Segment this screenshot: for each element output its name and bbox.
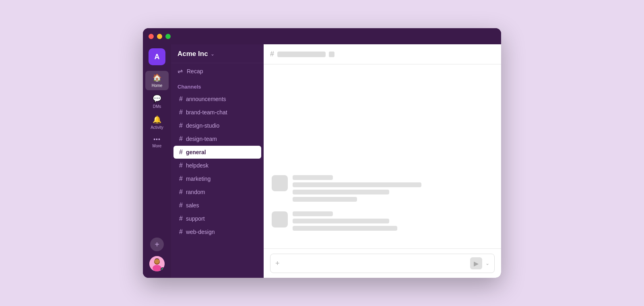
send-button[interactable]: ▶ (470, 257, 482, 269)
title-bar (143, 28, 501, 44)
channel-item-announcements[interactable]: # announcements (173, 93, 261, 105)
channel-item-design-studio[interactable]: # design-studio (173, 119, 261, 132)
send-dropdown-icon[interactable]: ⌄ (485, 261, 489, 266)
recap-label: Recap (187, 68, 203, 74)
skeleton-text-2b (293, 226, 397, 231)
channel-name: general (186, 149, 206, 155)
hash-icon: # (179, 162, 183, 169)
message-content-2 (293, 211, 493, 233)
channel-item-support[interactable]: # support (173, 212, 261, 225)
add-button[interactable]: + (150, 238, 164, 251)
hash-icon: # (179, 135, 183, 143)
main-header: # (264, 44, 501, 64)
channel-item-brand-team-chat[interactable]: # brand-team-chat (173, 106, 261, 119)
hash-icon: # (179, 228, 183, 236)
channel-name: support (186, 215, 205, 222)
channel-name: sales (186, 202, 199, 209)
nav-item-more[interactable]: ••• More (145, 134, 169, 151)
activity-icon: 🔔 (153, 115, 161, 124)
maximize-button[interactable] (165, 34, 171, 39)
plus-icon[interactable]: + (275, 259, 280, 268)
channel-name: marketing (186, 176, 211, 182)
input-area: + ▶ ⌄ (264, 248, 501, 278)
workspace-avatar[interactable]: A (149, 48, 165, 65)
skeleton-text-2a (293, 219, 389, 223)
recap-item[interactable]: ⇌ Recap (171, 63, 264, 79)
home-icon: 🏠 (153, 73, 161, 82)
channel-name: announcements (186, 96, 226, 102)
nav-item-home[interactable]: 🏠 Home (145, 71, 169, 90)
message-avatar-2 (272, 211, 288, 227)
channel-name: design-team (186, 136, 217, 142)
close-button[interactable] (149, 34, 154, 39)
hash-icon: # (179, 215, 183, 222)
minimize-button[interactable] (157, 34, 162, 39)
hash-icon: # (179, 202, 183, 209)
channel-sidebar: Acme Inc ⌄ ⇌ Recap Channels # announceme… (171, 44, 264, 278)
channel-name: helpdesk (186, 162, 208, 169)
channel-name: design-studio (186, 122, 219, 129)
message-group-1 (272, 175, 493, 204)
channel-item-random[interactable]: # random (173, 186, 261, 198)
channel-name: web-design (186, 229, 215, 235)
app-window: A 🏠 Home 💬 DMs 🔔 Activity ••• More + (143, 28, 501, 278)
message-content-1 (293, 175, 493, 204)
messages-area (264, 64, 501, 248)
nav-label-activity: Activity (151, 125, 163, 130)
channel-item-general[interactable]: # general (173, 146, 261, 159)
hash-icon: # (179, 95, 183, 103)
skeleton-text-1b (293, 190, 389, 194)
svg-point-3 (155, 259, 159, 264)
workspace-dropdown-icon[interactable]: ⌄ (211, 51, 215, 57)
nav-label-dms: DMs (153, 104, 161, 109)
skeleton-text-1c (293, 197, 357, 202)
channel-item-sales[interactable]: # sales (173, 199, 261, 212)
app-body: A 🏠 Home 💬 DMs 🔔 Activity ••• More + (143, 44, 501, 278)
user-avatar[interactable] (149, 256, 165, 271)
skeleton-name-2 (293, 211, 333, 216)
channel-item-helpdesk[interactable]: # helpdesk (173, 159, 261, 172)
channel-name: random (186, 189, 205, 195)
hash-icon: # (179, 109, 183, 116)
svg-point-2 (153, 265, 161, 271)
status-dot (161, 267, 165, 271)
dms-icon: 💬 (153, 94, 161, 103)
nav-item-dms[interactable]: 💬 DMs (145, 92, 169, 111)
icon-sidebar: A 🏠 Home 💬 DMs 🔔 Activity ••• More + (143, 44, 171, 278)
hash-icon: # (179, 175, 183, 182)
message-avatar-1 (272, 175, 288, 191)
channel-hash-icon: # (270, 50, 274, 58)
header-dropdown-skeleton (329, 52, 334, 57)
skeleton-text-1a (293, 182, 421, 187)
more-icon: ••• (153, 136, 161, 143)
send-icon: ▶ (474, 260, 479, 267)
hash-icon: # (179, 188, 183, 196)
workspace-header[interactable]: Acme Inc ⌄ (171, 44, 264, 63)
message-group-2 (272, 211, 493, 233)
channel-item-web-design[interactable]: # web-design (173, 225, 261, 238)
message-input-box[interactable]: + ▶ ⌄ (270, 254, 495, 273)
header-channel-name-skeleton (277, 52, 326, 57)
channel-list: # announcements # brand-team-chat # desi… (171, 92, 264, 278)
channel-item-marketing[interactable]: # marketing (173, 172, 261, 185)
channels-heading: Channels (171, 79, 264, 92)
channel-name: brand-team-chat (186, 109, 227, 116)
hash-icon: # (179, 149, 183, 156)
workspace-name: Acme Inc (178, 50, 208, 58)
skeleton-name-1 (293, 175, 333, 180)
nav-label-more: More (153, 144, 162, 148)
recap-icon: ⇌ (178, 67, 183, 75)
main-content: # (264, 44, 501, 278)
channel-item-design-team[interactable]: # design-team (173, 132, 261, 145)
hash-icon: # (179, 122, 183, 129)
nav-item-activity[interactable]: 🔔 Activity (145, 113, 169, 132)
nav-label-home: Home (152, 83, 163, 88)
